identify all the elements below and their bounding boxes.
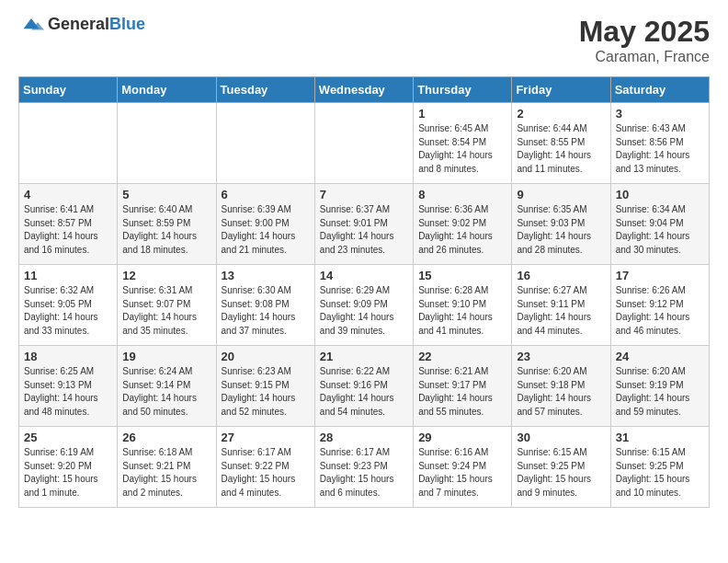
day-number: 22 — [418, 350, 506, 363]
calendar-cell: 1Sunrise: 6:45 AMSunset: 8:54 PMDaylight… — [414, 103, 512, 184]
day-number: 15 — [418, 269, 506, 282]
day-info: Sunrise: 6:20 AMSunset: 9:18 PMDaylight:… — [517, 365, 605, 419]
calendar-cell: 25Sunrise: 6:19 AMSunset: 9:20 PMDayligh… — [19, 427, 118, 508]
calendar-cell: 10Sunrise: 6:34 AMSunset: 9:04 PMDayligh… — [610, 184, 709, 265]
day-number: 2 — [517, 107, 605, 121]
day-number: 3 — [616, 107, 704, 121]
day-info: Sunrise: 6:23 AMSunset: 9:15 PMDaylight:… — [222, 365, 310, 419]
logo-icon — [18, 16, 44, 34]
day-number: 7 — [320, 188, 408, 201]
calendar-cell: 24Sunrise: 6:20 AMSunset: 9:19 PMDayligh… — [610, 346, 709, 427]
day-info: Sunrise: 6:18 AMSunset: 9:21 PMDaylight:… — [122, 446, 210, 500]
logo: GeneralBlue — [18, 15, 145, 34]
calendar-week-2: 11Sunrise: 6:32 AMSunset: 9:05 PMDayligh… — [19, 265, 710, 346]
calendar-week-1: 4Sunrise: 6:41 AMSunset: 8:57 PMDaylight… — [19, 184, 710, 265]
weekday-header-monday: Monday — [118, 77, 216, 103]
day-number: 5 — [122, 188, 210, 201]
weekday-header-sunday: Sunday — [19, 77, 118, 103]
day-number: 27 — [222, 431, 310, 444]
day-number: 8 — [418, 188, 506, 201]
calendar-table: SundayMondayTuesdayWednesdayThursdayFrid… — [18, 76, 710, 508]
calendar-body: 1Sunrise: 6:45 AMSunset: 8:54 PMDaylight… — [19, 103, 710, 508]
calendar-cell — [19, 103, 118, 184]
day-number: 4 — [24, 188, 112, 201]
day-info: Sunrise: 6:28 AMSunset: 9:10 PMDaylight:… — [418, 284, 506, 338]
day-number: 19 — [122, 350, 210, 363]
calendar-cell: 5Sunrise: 6:40 AMSunset: 8:59 PMDaylight… — [118, 184, 216, 265]
calendar-week-4: 25Sunrise: 6:19 AMSunset: 9:20 PMDayligh… — [19, 427, 710, 508]
day-number: 11 — [24, 269, 112, 282]
calendar-cell: 12Sunrise: 6:31 AMSunset: 9:07 PMDayligh… — [118, 265, 216, 346]
day-info: Sunrise: 6:31 AMSunset: 9:07 PMDaylight:… — [122, 284, 210, 338]
day-number: 10 — [616, 188, 704, 201]
weekday-header-tuesday: Tuesday — [216, 77, 314, 103]
calendar-cell: 7Sunrise: 6:37 AMSunset: 9:01 PMDaylight… — [314, 184, 413, 265]
calendar-cell: 30Sunrise: 6:15 AMSunset: 9:25 PMDayligh… — [512, 427, 610, 508]
day-info: Sunrise: 6:17 AMSunset: 9:22 PMDaylight:… — [222, 446, 310, 500]
calendar-cell: 29Sunrise: 6:16 AMSunset: 9:24 PMDayligh… — [414, 427, 512, 508]
calendar-cell: 14Sunrise: 6:29 AMSunset: 9:09 PMDayligh… — [314, 265, 413, 346]
day-number: 18 — [24, 350, 112, 363]
calendar-cell: 3Sunrise: 6:43 AMSunset: 8:56 PMDaylight… — [610, 103, 709, 184]
calendar-cell: 15Sunrise: 6:28 AMSunset: 9:10 PMDayligh… — [414, 265, 512, 346]
day-number: 30 — [517, 431, 605, 444]
day-info: Sunrise: 6:15 AMSunset: 9:25 PMDaylight:… — [517, 446, 605, 500]
day-info: Sunrise: 6:45 AMSunset: 8:54 PMDaylight:… — [418, 122, 506, 176]
calendar-cell: 31Sunrise: 6:15 AMSunset: 9:25 PMDayligh… — [610, 427, 709, 508]
month-year: May 2025 — [579, 15, 710, 49]
calendar-cell: 27Sunrise: 6:17 AMSunset: 9:22 PMDayligh… — [216, 427, 314, 508]
calendar-cell: 26Sunrise: 6:18 AMSunset: 9:21 PMDayligh… — [118, 427, 216, 508]
weekday-header-saturday: Saturday — [610, 77, 709, 103]
calendar-cell: 18Sunrise: 6:25 AMSunset: 9:13 PMDayligh… — [19, 346, 118, 427]
day-number: 31 — [616, 431, 704, 444]
day-number: 16 — [517, 269, 605, 282]
day-info: Sunrise: 6:29 AMSunset: 9:09 PMDaylight:… — [320, 284, 408, 338]
day-number: 26 — [122, 431, 210, 444]
day-info: Sunrise: 6:40 AMSunset: 8:59 PMDaylight:… — [122, 203, 210, 257]
day-info: Sunrise: 6:24 AMSunset: 9:14 PMDaylight:… — [122, 365, 210, 419]
day-number: 12 — [122, 269, 210, 282]
day-info: Sunrise: 6:25 AMSunset: 9:13 PMDaylight:… — [24, 365, 112, 419]
day-number: 20 — [222, 350, 310, 363]
calendar-cell: 6Sunrise: 6:39 AMSunset: 9:00 PMDaylight… — [216, 184, 314, 265]
day-number: 28 — [320, 431, 408, 444]
calendar-cell: 21Sunrise: 6:22 AMSunset: 9:16 PMDayligh… — [314, 346, 413, 427]
day-info: Sunrise: 6:22 AMSunset: 9:16 PMDaylight:… — [320, 365, 408, 419]
calendar-cell: 11Sunrise: 6:32 AMSunset: 9:05 PMDayligh… — [19, 265, 118, 346]
day-info: Sunrise: 6:43 AMSunset: 8:56 PMDaylight:… — [616, 122, 704, 176]
calendar-cell: 2Sunrise: 6:44 AMSunset: 8:55 PMDaylight… — [512, 103, 610, 184]
calendar-week-3: 18Sunrise: 6:25 AMSunset: 9:13 PMDayligh… — [19, 346, 710, 427]
day-number: 1 — [418, 107, 506, 121]
day-number: 17 — [616, 269, 704, 282]
day-info: Sunrise: 6:39 AMSunset: 9:00 PMDaylight:… — [222, 203, 310, 257]
calendar-cell: 17Sunrise: 6:26 AMSunset: 9:12 PMDayligh… — [610, 265, 709, 346]
day-info: Sunrise: 6:36 AMSunset: 9:02 PMDaylight:… — [418, 203, 506, 257]
location: Caraman, France — [579, 49, 710, 65]
calendar-cell: 13Sunrise: 6:30 AMSunset: 9:08 PMDayligh… — [216, 265, 314, 346]
day-info: Sunrise: 6:20 AMSunset: 9:19 PMDaylight:… — [616, 365, 704, 419]
logo-general: GeneralBlue — [48, 15, 145, 34]
day-number: 25 — [24, 431, 112, 444]
day-number: 29 — [418, 431, 506, 444]
calendar-cell: 16Sunrise: 6:27 AMSunset: 9:11 PMDayligh… — [512, 265, 610, 346]
day-number: 24 — [616, 350, 704, 363]
calendar-cell: 19Sunrise: 6:24 AMSunset: 9:14 PMDayligh… — [118, 346, 216, 427]
weekday-header-friday: Friday — [512, 77, 610, 103]
calendar-cell: 22Sunrise: 6:21 AMSunset: 9:17 PMDayligh… — [414, 346, 512, 427]
calendar-cell: 4Sunrise: 6:41 AMSunset: 8:57 PMDaylight… — [19, 184, 118, 265]
day-number: 23 — [517, 350, 605, 363]
calendar-cell — [118, 103, 216, 184]
calendar-cell — [216, 103, 314, 184]
calendar-cell: 9Sunrise: 6:35 AMSunset: 9:03 PMDaylight… — [512, 184, 610, 265]
calendar-week-0: 1Sunrise: 6:45 AMSunset: 8:54 PMDaylight… — [19, 103, 710, 184]
day-info: Sunrise: 6:44 AMSunset: 8:55 PMDaylight:… — [517, 122, 605, 176]
day-info: Sunrise: 6:21 AMSunset: 9:17 PMDaylight:… — [418, 365, 506, 419]
calendar-cell: 20Sunrise: 6:23 AMSunset: 9:15 PMDayligh… — [216, 346, 314, 427]
weekday-header-wednesday: Wednesday — [314, 77, 413, 103]
day-number: 9 — [517, 188, 605, 201]
calendar-cell: 23Sunrise: 6:20 AMSunset: 9:18 PMDayligh… — [512, 346, 610, 427]
calendar-cell: 8Sunrise: 6:36 AMSunset: 9:02 PMDaylight… — [414, 184, 512, 265]
day-info: Sunrise: 6:16 AMSunset: 9:24 PMDaylight:… — [418, 446, 506, 500]
weekday-header-thursday: Thursday — [414, 77, 512, 103]
day-number: 14 — [320, 269, 408, 282]
